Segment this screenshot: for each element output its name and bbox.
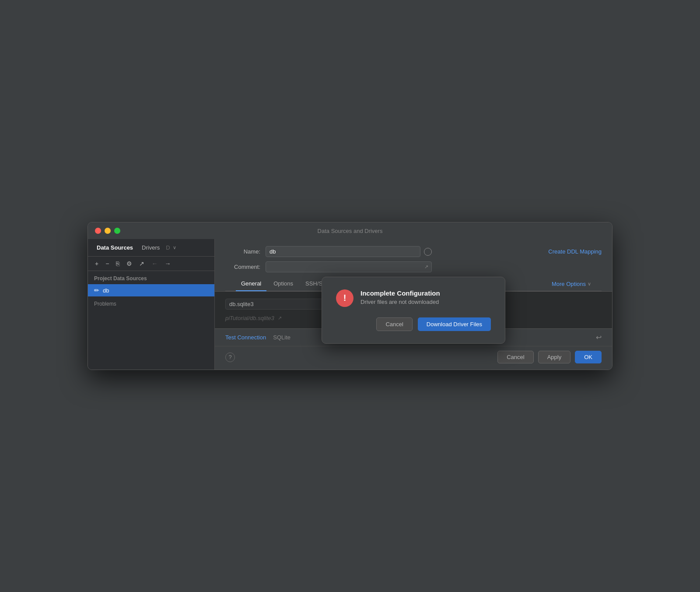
- cancel-button[interactable]: Cancel: [497, 351, 533, 363]
- problems-section: Problems: [88, 296, 214, 311]
- right-panel: Name: Create DDL Mapping Comment: ↗: [215, 239, 612, 370]
- db-icon: ✏: [94, 287, 99, 294]
- dialog-text: Incomplete Configuration Driver files ar…: [360, 289, 440, 305]
- ddl-mapping-link[interactable]: Create DDL Mapping: [548, 248, 602, 255]
- chevron-down-icon[interactable]: ∨: [173, 245, 176, 250]
- main-window: Data Sources and Drivers Data Sources Dr…: [88, 222, 612, 370]
- sidebar-item-db[interactable]: ✏ db: [88, 284, 214, 296]
- apply-button[interactable]: Apply: [538, 351, 571, 363]
- sidebar-header: Data Sources Drivers D ∨: [88, 239, 214, 257]
- settings-button[interactable]: ⚙: [125, 259, 134, 268]
- ok-button[interactable]: OK: [575, 351, 602, 363]
- dialog: ! Incomplete Configuration Driver files …: [322, 277, 505, 344]
- circle-icon: [424, 248, 432, 256]
- error-icon: !: [336, 289, 354, 307]
- tab-options[interactable]: Options: [268, 277, 298, 291]
- remove-button[interactable]: −: [104, 259, 111, 268]
- title-bar: Data Sources and Drivers: [88, 222, 612, 239]
- modal-overlay: ! Incomplete Configuration Driver files …: [215, 292, 612, 328]
- content-area: ··· + piTutorial/db.sqlite3 ↗ !: [215, 292, 612, 328]
- name-row: Name: Create DDL Mapping: [225, 246, 602, 257]
- download-driver-button[interactable]: Download Driver Files: [418, 317, 491, 331]
- help-button[interactable]: ?: [225, 352, 235, 362]
- test-connection-link[interactable]: Test Connection: [225, 334, 266, 341]
- tab-drivers[interactable]: Drivers: [138, 243, 163, 253]
- dialog-buttons: Cancel Download Driver Files: [336, 317, 491, 331]
- exclamation-icon: !: [343, 293, 346, 303]
- more-options-label: More Options: [552, 281, 586, 287]
- add-button[interactable]: +: [93, 259, 100, 268]
- minimize-button[interactable]: [105, 228, 111, 234]
- comment-row: Comment: ↗: [225, 261, 602, 272]
- chevron-down-icon: ∨: [588, 281, 591, 287]
- dialog-cancel-button[interactable]: Cancel: [376, 317, 412, 331]
- close-button[interactable]: [95, 228, 101, 234]
- main-content: Data Sources Drivers D ∨ + − ⎘ ⚙ ↗ ← → P…: [88, 239, 612, 370]
- comment-label: Comment:: [225, 264, 260, 270]
- tab-divider: D: [166, 244, 170, 251]
- copy-button[interactable]: ⎘: [114, 259, 121, 268]
- name-label: Name:: [225, 248, 260, 255]
- dialog-header: ! Incomplete Configuration Driver files …: [336, 289, 491, 307]
- refresh-icon[interactable]: ↩: [596, 333, 602, 342]
- comment-input[interactable]: [266, 261, 432, 272]
- forward-button[interactable]: →: [163, 259, 172, 268]
- problems-label: Problems: [94, 301, 116, 307]
- name-input-row: [266, 246, 432, 257]
- dialog-title: Incomplete Configuration: [360, 289, 440, 297]
- sidebar-item-label: db: [103, 287, 109, 294]
- name-input[interactable]: [266, 246, 420, 257]
- bottom-buttons: ? Cancel Apply OK: [215, 346, 612, 370]
- tab-general[interactable]: General: [236, 277, 266, 291]
- project-data-sources-label: Project Data Sources: [88, 271, 214, 284]
- back-button[interactable]: ←: [150, 259, 159, 268]
- tab-data-sources[interactable]: Data Sources: [93, 243, 136, 253]
- dialog-description: Driver files are not downloaded: [360, 299, 440, 305]
- more-options[interactable]: More Options ∨: [552, 277, 591, 291]
- db-type-label: SQLite: [273, 334, 290, 341]
- expand-icon[interactable]: ↗: [424, 264, 428, 270]
- sidebar-tools: + − ⎘ ⚙ ↗ ← →: [88, 257, 214, 271]
- traffic-lights: [95, 228, 120, 234]
- maximize-button[interactable]: [114, 228, 120, 234]
- window-title: Data Sources and Drivers: [318, 228, 383, 234]
- sidebar: Data Sources Drivers D ∨ + − ⎘ ⚙ ↗ ← → P…: [88, 239, 215, 370]
- export-button[interactable]: ↗: [137, 259, 146, 268]
